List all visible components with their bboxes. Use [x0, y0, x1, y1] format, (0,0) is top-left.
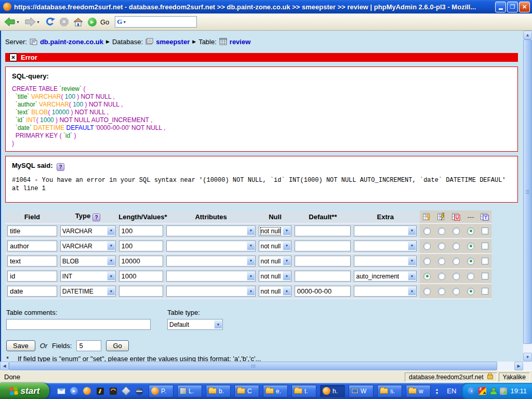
none-radio[interactable]	[467, 228, 474, 235]
null-select[interactable]: not null	[259, 256, 291, 267]
field-input[interactable]	[7, 271, 57, 282]
ball-icon[interactable]	[135, 387, 143, 395]
attributes-select[interactable]	[166, 241, 256, 251]
reload-button[interactable]	[44, 15, 56, 29]
default-input[interactable]	[295, 225, 351, 236]
type-select[interactable]: INT	[60, 271, 116, 282]
extra-select[interactable]	[354, 256, 417, 267]
go-button[interactable]: ▶	[87, 15, 98, 29]
default-input[interactable]	[295, 256, 351, 267]
messenger-icon[interactable]	[489, 388, 497, 395]
length-input[interactable]	[119, 225, 163, 236]
unique-radio[interactable]	[453, 258, 460, 265]
index-radio[interactable]	[438, 243, 445, 250]
null-select[interactable]: not null	[259, 241, 291, 251]
attributes-select[interactable]	[166, 256, 256, 267]
primary-radio[interactable]	[423, 243, 431, 250]
breadcrumb-server-link[interactable]: db.paint-zone.co.uk	[40, 38, 103, 46]
field-input[interactable]	[7, 286, 57, 297]
task-button[interactable]: t.	[291, 385, 316, 397]
default-input[interactable]	[295, 271, 351, 282]
type-select[interactable]: BLOB	[60, 256, 116, 267]
firefox-icon[interactable]	[83, 387, 91, 395]
scroll-left-icon[interactable]: ◀	[0, 362, 9, 370]
extra-select[interactable]: auto_increment	[354, 271, 417, 282]
primary-radio[interactable]	[423, 228, 431, 235]
breadcrumb-table-link[interactable]: review	[230, 38, 250, 46]
home-button[interactable]	[72, 15, 84, 29]
primary-radio[interactable]	[423, 258, 431, 265]
fulltext-checkbox[interactable]	[482, 243, 488, 249]
breadcrumb-database-link[interactable]: smeepster	[156, 38, 190, 46]
none-radio[interactable]	[467, 243, 474, 250]
daemon-icon[interactable]	[109, 387, 117, 395]
length-input[interactable]	[119, 271, 163, 282]
horizontal-scrollbar[interactable]: ◀ ▶	[0, 362, 523, 370]
extra-select[interactable]	[354, 225, 417, 236]
null-select[interactable]: not null	[259, 286, 291, 297]
length-input[interactable]	[119, 241, 163, 251]
task-button[interactable]: P.	[149, 385, 174, 397]
type-select[interactable]: DATETIME	[60, 286, 116, 297]
yakalike-panel[interactable]: Yakalike	[499, 373, 530, 382]
fulltext-checkbox[interactable]	[482, 258, 488, 264]
mail-icon[interactable]	[57, 387, 65, 395]
task-button[interactable]: h.	[320, 385, 345, 397]
restore-button[interactable]: ❐	[507, 2, 518, 12]
vertical-scrollbar-thumb[interactable]	[523, 39, 532, 344]
scroll-right-icon[interactable]: ▶	[514, 362, 523, 370]
winamp-icon[interactable]	[96, 387, 104, 395]
none-radio[interactable]	[467, 258, 474, 265]
null-select[interactable]: not null	[259, 271, 291, 282]
forward-dropdown-icon[interactable]: ▼	[36, 20, 40, 24]
primary-radio[interactable]	[423, 273, 431, 280]
primary-radio[interactable]	[423, 288, 431, 295]
zonealarm-icon[interactable]	[478, 387, 486, 395]
default-input[interactable]	[295, 241, 351, 251]
save-button[interactable]: Save	[6, 340, 35, 351]
unique-radio[interactable]	[453, 288, 460, 295]
back-button[interactable]: ▼	[3, 15, 21, 29]
fulltext-checkbox[interactable]	[482, 288, 488, 295]
minimize-button[interactable]	[495, 2, 506, 12]
length-input[interactable]	[119, 256, 163, 267]
media-player-icon[interactable]: ▶	[70, 387, 78, 395]
fulltext-checkbox[interactable]	[482, 228, 488, 234]
system-icon[interactable]	[500, 388, 507, 395]
fulltext-checkbox[interactable]	[482, 273, 488, 280]
task-button[interactable]: w	[406, 385, 431, 397]
taskbar-overflow-icons[interactable]: ▲▼	[435, 388, 438, 395]
unique-radio[interactable]	[453, 273, 460, 280]
type-select[interactable]: VARCHAR	[60, 241, 116, 251]
task-button[interactable]: b.	[206, 385, 231, 397]
clock[interactable]: 19:11	[510, 387, 527, 395]
field-input[interactable]	[7, 256, 57, 267]
index-radio[interactable]	[438, 273, 445, 280]
table-comments-input[interactable]	[6, 319, 151, 330]
search-engine-dropdown-icon[interactable]: ▼	[123, 20, 126, 24]
task-button[interactable]: L.	[177, 385, 202, 397]
unique-radio[interactable]	[453, 228, 460, 235]
table-type-select[interactable]: Default	[167, 319, 223, 330]
lock-icon[interactable]	[487, 375, 493, 379]
start-button[interactable]: start	[0, 383, 49, 399]
go-submit-button[interactable]: Go	[106, 340, 128, 351]
scroll-up-icon[interactable]: ▲	[523, 31, 532, 39]
index-radio[interactable]	[438, 288, 445, 295]
search-input[interactable]	[126, 18, 195, 26]
unique-radio[interactable]	[453, 243, 460, 250]
default-input[interactable]	[295, 286, 351, 297]
length-input[interactable]	[119, 286, 163, 297]
task-button[interactable]: e.	[263, 385, 288, 397]
none-radio[interactable]	[467, 288, 474, 295]
attributes-select[interactable]	[166, 286, 256, 297]
task-button[interactable]: C	[234, 385, 259, 397]
index-radio[interactable]	[438, 228, 445, 235]
language-indicator[interactable]: EN	[447, 387, 456, 395]
index-radio[interactable]	[438, 258, 445, 265]
null-select[interactable]: not null	[259, 225, 291, 236]
task-button[interactable]: s.	[377, 385, 402, 397]
forward-button[interactable]: ▼	[23, 15, 41, 29]
go-button-label[interactable]: Go	[100, 18, 109, 26]
type-select[interactable]: VARCHAR	[60, 225, 116, 236]
